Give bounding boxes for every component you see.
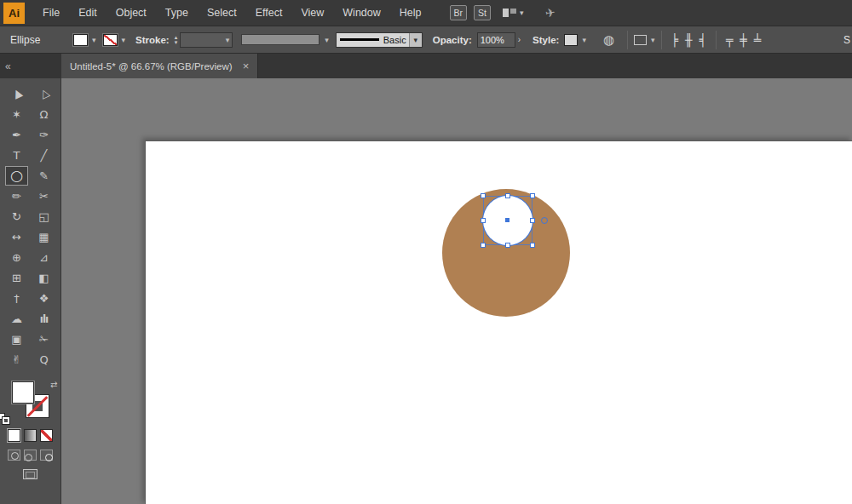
selection-handle-middle-right[interactable] bbox=[530, 218, 535, 223]
default-fill-stroke-icon[interactable] bbox=[0, 413, 9, 424]
menu-type[interactable]: Type bbox=[156, 7, 198, 19]
selection-handle-top-left[interactable] bbox=[481, 193, 486, 198]
bridge-button[interactable]: Br bbox=[450, 5, 468, 20]
stock-button[interactable]: St bbox=[474, 5, 491, 20]
fill-stroke-panel: ⇄ bbox=[8, 380, 53, 479]
draw-normal-button[interactable] bbox=[8, 450, 20, 461]
chevron-down-icon: ▾ bbox=[520, 9, 524, 17]
collapse-panels-icon[interactable]: « bbox=[5, 60, 11, 72]
menu-help[interactable]: Help bbox=[390, 7, 431, 19]
align-vertical-center-icon[interactable]: ╪ bbox=[736, 33, 750, 47]
selection-handle-top-center[interactable] bbox=[505, 193, 510, 198]
pencil-tool[interactable]: ✏ bbox=[5, 186, 28, 206]
column-graph-tool[interactable]: ılı bbox=[32, 309, 55, 329]
app-logo: Ai bbox=[3, 3, 25, 24]
perspective-grid-tool[interactable]: ⊿ bbox=[32, 248, 55, 267]
document-tab[interactable]: Untitled-5* @ 66.67% (RGB/Preview) × bbox=[61, 54, 258, 78]
symbol-sprayer-tool[interactable]: ☁ bbox=[5, 309, 28, 329]
menu-object[interactable]: Object bbox=[106, 7, 156, 19]
stroke-weight-dropdown[interactable]: ▾ bbox=[180, 32, 233, 48]
align-horizontal-center-icon[interactable]: ╫ bbox=[682, 33, 695, 47]
align-vertical-bottom-icon[interactable]: ╧ bbox=[751, 33, 764, 47]
zoom-tool[interactable]: Q bbox=[32, 350, 55, 369]
screen-mode-button[interactable] bbox=[23, 469, 37, 479]
fill-swatch[interactable] bbox=[12, 381, 34, 404]
type-tool[interactable]: T bbox=[5, 146, 28, 165]
paintbrush-tool[interactable]: ✎ bbox=[32, 166, 55, 186]
chevron-down-icon: ▾ bbox=[92, 36, 96, 44]
pen-tool[interactable]: ✒ bbox=[5, 125, 28, 145]
default-stroke-icon bbox=[3, 417, 9, 424]
gradient-button[interactable] bbox=[24, 429, 37, 442]
width-tool[interactable]: ↔ bbox=[5, 227, 28, 247]
selection-center-point[interactable] bbox=[505, 218, 509, 222]
swap-fill-stroke-icon[interactable]: ⇄ bbox=[50, 380, 57, 389]
chevron-down-icon: ▾ bbox=[409, 33, 422, 47]
chevron-down-icon: ▾ bbox=[325, 36, 329, 44]
color-button[interactable] bbox=[8, 429, 20, 442]
chevron-right-icon[interactable]: › bbox=[518, 35, 521, 44]
mesh-tool[interactable]: ⊞ bbox=[5, 268, 28, 288]
menu-window[interactable]: Window bbox=[333, 7, 389, 19]
slice-tool[interactable]: ✁ bbox=[32, 329, 55, 349]
none-button[interactable] bbox=[40, 429, 53, 442]
selection-handle-bottom-left[interactable] bbox=[481, 243, 486, 248]
illustrator-window: Ai File Edit Object Type Select Effect V… bbox=[0, 0, 852, 504]
graphic-style-dropdown[interactable]: ▾ bbox=[564, 34, 586, 46]
selection-handle-bottom-center[interactable] bbox=[505, 243, 510, 248]
tab-close-icon[interactable]: × bbox=[243, 60, 250, 72]
ellipse-tool[interactable]: ◯ bbox=[5, 166, 28, 186]
chevron-down-icon: ▾ bbox=[122, 36, 126, 44]
workspace-switcher-icon[interactable]: ▾ bbox=[503, 9, 524, 17]
opacity-input[interactable] bbox=[477, 32, 515, 48]
artboard-tool[interactable]: ▣ bbox=[5, 329, 28, 349]
selection-handle-bottom-right[interactable] bbox=[530, 243, 535, 248]
scale-tool[interactable]: ◱ bbox=[32, 207, 55, 226]
shape-builder-tool[interactable]: ⊕ bbox=[5, 248, 28, 267]
align-horizontal-left-icon[interactable]: ╞ bbox=[668, 33, 682, 47]
hand-tool[interactable]: ✌ bbox=[5, 350, 28, 369]
magic-wand-tool[interactable]: ✶ bbox=[5, 105, 28, 124]
eyedropper-tool[interactable]: † bbox=[5, 289, 28, 308]
scissors-tool[interactable]: ✂ bbox=[32, 186, 55, 206]
isolate-mode-button[interactable]: ▾ bbox=[634, 35, 655, 45]
width-profile-dropdown[interactable]: ▾ bbox=[241, 34, 329, 45]
tools-panel: ▶ ▷ ✶ Ω ✒ ✑ T ╱ ◯ ✎ ✏ ✂ ↻ ◱ ↔ ▦ ⊕ ⊿ ⊞ ◧ bbox=[0, 78, 61, 504]
draw-behind-button[interactable] bbox=[24, 450, 37, 461]
menu-effect[interactable]: Effect bbox=[246, 7, 292, 19]
width-profile-preview-icon bbox=[241, 34, 320, 45]
stroke-weight-stepper[interactable]: ▴ ▾ bbox=[175, 35, 178, 45]
rotate-tool[interactable]: ↻ bbox=[5, 207, 28, 226]
artboard[interactable] bbox=[145, 140, 852, 504]
free-transform-tool[interactable]: ▦ bbox=[32, 227, 55, 247]
graphic-style-swatch-icon bbox=[564, 34, 578, 46]
fill-swatch-icon bbox=[73, 34, 88, 46]
workspace-pane-small-icon bbox=[510, 9, 516, 14]
gradient-tool[interactable]: ◧ bbox=[32, 268, 55, 288]
menu-view[interactable]: View bbox=[291, 7, 333, 19]
curvature-tool[interactable]: ✑ bbox=[32, 125, 55, 145]
lasso-tool[interactable]: Ω bbox=[32, 105, 55, 124]
menu-select[interactable]: Select bbox=[198, 7, 246, 19]
chevron-down-icon: ▾ bbox=[651, 36, 655, 44]
menubar: Ai File Edit Object Type Select Effect V… bbox=[0, 0, 852, 26]
stroke-color-dropdown[interactable]: ▾ bbox=[103, 34, 126, 46]
menu-edit[interactable]: Edit bbox=[69, 7, 106, 19]
separator bbox=[661, 31, 662, 49]
canvas[interactable] bbox=[61, 78, 852, 504]
share-icon[interactable]: ✈ bbox=[544, 5, 556, 20]
selection-handle-top-right[interactable] bbox=[530, 193, 535, 198]
draw-inside-button[interactable] bbox=[40, 450, 53, 461]
live-shape-widget[interactable] bbox=[541, 217, 548, 224]
align-horizontal-right-icon[interactable]: ╡ bbox=[695, 33, 709, 47]
align-vertical-top-icon[interactable]: ╤ bbox=[722, 33, 736, 47]
menu-file[interactable]: File bbox=[33, 7, 69, 19]
document-tab-bar: « Untitled-5* @ 66.67% (RGB/Preview) × bbox=[0, 54, 852, 78]
blend-tool[interactable]: ❖ bbox=[32, 289, 55, 308]
fill-color-dropdown[interactable]: ▾ bbox=[73, 34, 96, 46]
line-segment-tool[interactable]: ╱ bbox=[32, 146, 55, 165]
brush-definition-dropdown[interactable]: Basic ▾ bbox=[336, 32, 423, 48]
chevron-down-icon: ▾ bbox=[582, 36, 586, 44]
selection-handle-middle-left[interactable] bbox=[481, 218, 486, 223]
recolor-artwork-icon[interactable]: ◍ bbox=[603, 32, 614, 48]
